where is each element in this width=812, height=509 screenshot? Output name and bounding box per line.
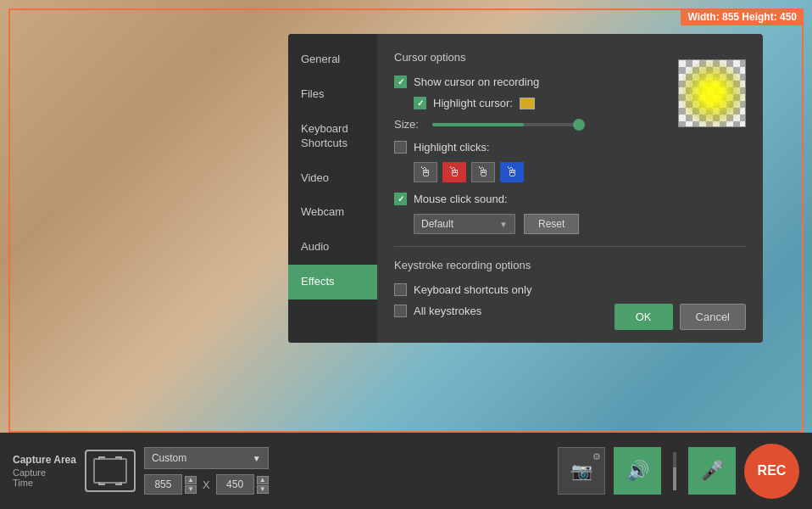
mouse-left-red-btn[interactable]: 🖱 [442,162,466,182]
sidebar: General Files Keyboard Shortcuts Video W… [288,34,377,343]
custom-section: Custom ▼ ▲ ▼ X ▲ ▼ [144,447,269,495]
keyboard-only-label: Keyboard shortcuts only [414,283,531,296]
section-divider [394,246,746,247]
highlight-cursor-label: Highlight cursor: [433,97,513,109]
height-input[interactable] [216,474,254,495]
highlight-color-swatch[interactable] [520,98,535,109]
mouse-left-btn[interactable]: 🖱 [414,162,437,182]
capture-icon[interactable] [85,450,136,492]
sidebar-item-video[interactable]: Video [288,161,377,196]
mouse-icons-row: 🖱 🖱 🖱 🖱 [414,162,746,182]
effects-tool-btn[interactable]: ⚙ 📷 [558,447,605,495]
corner-br [115,482,122,485]
mouse-click-sound-checkbox[interactable] [394,193,407,205]
webcam-icon: 📷 [571,461,592,481]
capture-icon-inner [93,458,127,484]
keystroke-title: Keystroke recording options [394,259,746,271]
highlight-clicks-row: Highlight clicks: [394,141,746,154]
sound-dropdown-arrow: ▼ [499,220,508,229]
bottom-toolbar: Capture Area CaptureTime Custom ▼ ▲ ▼ X … [0,433,812,509]
capture-area-label: Capture Area [13,454,76,466]
all-keystrokes-checkbox[interactable] [394,305,407,317]
sound-dropdown-value: Default [421,218,453,230]
mic-tool-btn[interactable]: 🎤 [688,447,736,495]
sidebar-item-general[interactable]: General [288,42,377,77]
highlight-clicks-checkbox[interactable] [394,141,407,154]
capture-time-label: CaptureTime [13,467,76,488]
sound-dropdown-row: Default ▼ Reset [414,214,746,234]
custom-dropdown[interactable]: Custom ▼ [144,447,269,469]
size-slider-fill [432,123,524,126]
width-spin-up[interactable]: ▲ [185,476,197,484]
all-keystrokes-label: All keystrokes [414,305,481,317]
sound-dropdown[interactable]: Default ▼ [414,214,515,234]
rec-button[interactable]: REC [744,444,799,499]
mic-icon: 🎤 [701,460,724,482]
width-input[interactable] [144,474,182,495]
speaker-icon: 🔊 [626,460,649,482]
size-slider-track[interactable] [432,123,585,126]
corner-bl [98,482,105,485]
volume-slider[interactable] [673,452,676,490]
highlight-cursor-checkbox[interactable] [414,97,426,109]
size-label: Size: [394,118,424,131]
sidebar-item-files[interactable]: Files [288,77,377,112]
height-spin-down[interactable]: ▼ [257,485,269,494]
cursor-glow [679,60,745,126]
gear-badge-icon: ⚙ [592,451,601,462]
highlight-clicks-label: Highlight clicks: [414,141,490,154]
settings-panel: General Files Keyboard Shortcuts Video W… [288,34,763,343]
volume-fill [673,467,676,490]
sidebar-item-keyboard[interactable]: Keyboard Shortcuts [288,112,377,161]
mouse-right-blue-btn[interactable]: 🖱 [500,162,524,182]
x-separator: X [203,478,210,491]
ok-button[interactable]: OK [615,304,673,330]
height-spinners: ▲ ▼ [257,476,269,494]
sidebar-item-webcam[interactable]: Webcam [288,195,377,230]
cursor-preview [678,59,746,127]
keyboard-only-checkbox[interactable] [394,283,407,296]
keyboard-only-row: Keyboard shortcuts only [394,283,746,296]
dimensions-group: ▲ ▼ X ▲ ▼ [144,474,269,495]
cancel-button[interactable]: Cancel [680,304,746,330]
size-slider-thumb[interactable] [573,119,585,131]
mouse-click-sound-row: Mouse click sound: [394,193,746,205]
width-spinners: ▲ ▼ [185,476,197,494]
mouse-right-btn[interactable]: 🖱 [471,162,495,182]
mouse-click-sound-label: Mouse click sound: [414,193,508,205]
custom-label: Custom [152,452,186,464]
show-cursor-checkbox[interactable] [394,76,407,88]
sidebar-item-audio[interactable]: Audio [288,230,377,265]
dialog-buttons: OK Cancel [615,304,746,330]
content-area: Cursor options Show cursor on recording … [377,34,763,343]
custom-dropdown-arrow: ▼ [253,454,261,463]
corner-tl [98,456,105,460]
capture-area-section: Capture Area CaptureTime [13,454,76,488]
dimension-badge: Width: 855 Height: 450 [681,8,804,25]
corner-tr [115,456,122,460]
sidebar-item-effects[interactable]: Effects [288,265,377,299]
reset-button[interactable]: Reset [524,214,579,234]
height-spin-up[interactable]: ▲ [257,476,269,484]
width-spin-down[interactable]: ▼ [185,485,197,494]
show-cursor-label: Show cursor on recording [414,76,539,88]
audio-tool-btn[interactable]: 🔊 [614,447,661,495]
